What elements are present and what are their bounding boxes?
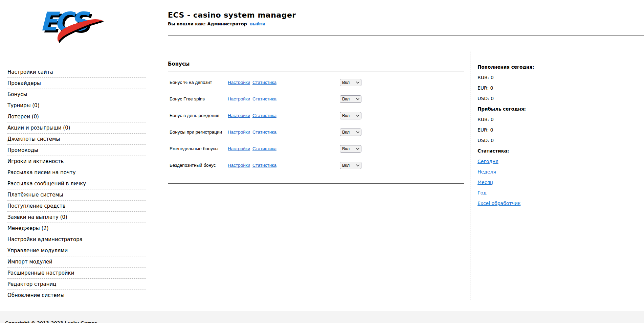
bonus-row: Бонусы при регистрации Настройки Статист… <box>168 124 464 140</box>
section-divider <box>168 71 464 71</box>
bonus-stats-link[interactable]: Статистика <box>252 80 276 85</box>
sidebar-nav: Настройки сайта Провайдеры Бонусы Турнир… <box>0 51 162 301</box>
sidebar-item-system-update[interactable]: Обновление системы <box>7 290 146 301</box>
bonus-stats-link[interactable]: Статистика <box>252 130 276 135</box>
profit-usd: USD: 0 <box>478 135 644 146</box>
bonus-row: Еженедельные бонусы Настройки Статистика… <box>168 140 464 157</box>
section-heading: Бонусы <box>168 61 464 67</box>
sidebar-item-pm-mailing[interactable]: Рассылка сообщений в личку <box>7 178 146 189</box>
sidebar-item-promotions[interactable]: Акции и розыгрыши (0) <box>7 122 146 134</box>
stats-excel-link[interactable]: Excel обработчик <box>478 198 520 209</box>
sidebar-item-lotteries[interactable]: Лотереи (0) <box>7 111 146 122</box>
logout-link[interactable]: выйти <box>250 21 265 26</box>
bonus-state-select[interactable]: Вкл <box>340 129 361 136</box>
bonus-stats-link[interactable]: Статистика <box>252 163 276 168</box>
bonus-label: Бездепозитный бонус <box>170 163 228 168</box>
sidebar-item-site-settings[interactable]: Настройки сайта <box>7 67 146 78</box>
sidebar-item-payment-systems[interactable]: Платёжные системы <box>7 189 146 201</box>
stats-header: Статистика: <box>478 146 644 156</box>
bonus-state-select-wrap: Вкл <box>340 145 361 153</box>
page-title: ECS - casino system manager <box>168 11 296 19</box>
bonus-stats-link[interactable]: Статистика <box>252 146 276 151</box>
bonus-settings-link[interactable]: Настройки <box>228 146 250 151</box>
ecs-logo: ECS ECS <box>37 3 105 43</box>
profit-eur: EUR: 0 <box>478 125 644 135</box>
stats-month-link[interactable]: Месяц <box>478 177 493 188</box>
sidebar-item-providers[interactable]: Провайдеры <box>7 78 146 89</box>
bonus-label: Бонус % на депозит <box>170 80 228 85</box>
deposits-usd: USD: 0 <box>478 93 644 104</box>
profit-rub: RUB: 0 <box>478 114 644 125</box>
deposits-rub: RUB: 0 <box>478 72 644 83</box>
bonus-settings-link[interactable]: Настройки <box>228 163 250 168</box>
sidebar-item-players[interactable]: Игроки и активность <box>7 156 146 167</box>
bonus-settings-link[interactable]: Настройки <box>228 130 250 135</box>
bonus-label: Бонус Free spins <box>170 96 228 101</box>
stats-today-link[interactable]: Сегодня <box>478 156 498 167</box>
sidebar-item-managers[interactable]: Менеджеры (2) <box>7 223 146 234</box>
sidebar-item-payout-requests[interactable]: Заявки на выплату (0) <box>7 212 146 223</box>
stats-year-link[interactable]: Год <box>478 188 487 198</box>
bonus-state-select[interactable]: Вкл <box>340 95 361 103</box>
bonus-state-select[interactable]: Вкл <box>340 162 361 169</box>
header-divider <box>168 35 644 36</box>
bonus-row: Бонус в день рождения Настройки Статисти… <box>168 107 464 124</box>
stats-week-link[interactable]: Неделя <box>478 167 496 177</box>
sidebar-item-advanced[interactable]: Расширенные настройки <box>7 268 146 279</box>
sidebar-item-promocodes[interactable]: Промокоды <box>7 145 146 156</box>
bonus-label: Бонусы при регистрации <box>170 130 228 135</box>
bonus-state-select[interactable]: Вкл <box>340 112 361 119</box>
bonus-list: Бонус % на депозит Настройки Статистика … <box>168 74 464 174</box>
bonus-state-select-wrap: Вкл <box>340 95 361 103</box>
bonus-state-select[interactable]: Вкл <box>340 145 361 153</box>
deposits-header: Пополнения сегодня: <box>478 62 644 72</box>
bonus-stats-link[interactable]: Статистика <box>252 96 276 101</box>
bonus-label: Бонус в день рождения <box>170 113 228 118</box>
section-bottom-divider <box>168 183 464 184</box>
bonus-settings-link[interactable]: Настройки <box>228 96 250 101</box>
bonus-row: Бонус Free spins Настройки Статистика Вк… <box>168 91 464 107</box>
bonus-label: Еженедельные бонусы <box>170 146 228 151</box>
sidebar-item-incoming-funds[interactable]: Поступление средств <box>7 201 146 212</box>
main-panel: Бонусы Бонус % на депозит Настройки Стат… <box>162 51 470 301</box>
sidebar-item-admin-settings[interactable]: Настройки администратора <box>7 234 146 245</box>
page-header: ECS ECS ECS - casino system manager Вы в… <box>0 0 644 51</box>
bonus-state-select-wrap: Вкл <box>340 162 361 169</box>
bonus-state-select[interactable]: Вкл <box>340 79 361 86</box>
bonus-state-select-wrap: Вкл <box>340 129 361 136</box>
bonus-row: Бонус % на депозит Настройки Статистика … <box>168 74 464 91</box>
sidebar-item-tournaments[interactable]: Турниры (0) <box>7 100 146 111</box>
bonus-state-select-wrap: Вкл <box>340 112 361 119</box>
deposits-eur: EUR: 0 <box>478 83 644 93</box>
bonus-settings-link[interactable]: Настройки <box>228 80 250 85</box>
sidebar-item-page-editor[interactable]: Редактор страниц <box>7 279 146 290</box>
profit-header: Прибыль сегодня: <box>478 104 644 114</box>
stats-panel: Пополнения сегодня: RUB: 0 EUR: 0 USD: 0… <box>470 51 644 301</box>
bonus-stats-link[interactable]: Статистика <box>252 113 276 118</box>
ecs-logo-image: ECS ECS <box>37 3 105 43</box>
sidebar-item-module-manage[interactable]: Управление модулями <box>7 245 146 256</box>
copyright-text: Copyright © 2013-2023 Lucky Games <box>5 320 644 323</box>
bonus-settings-link[interactable]: Настройки <box>228 113 250 118</box>
bonus-row: Бездепозитный бонус Настройки Статистика… <box>168 157 464 174</box>
page-footer: Copyright © 2013-2023 Lucky Games <box>0 311 644 323</box>
sidebar-item-bonuses[interactable]: Бонусы <box>7 89 146 100</box>
login-status: Вы вошли как: Администратор <box>168 21 247 26</box>
sidebar-item-jackpots[interactable]: Джекпоты системы <box>7 134 146 145</box>
sidebar-item-email-mailing[interactable]: Рассылка писем на почту <box>7 167 146 178</box>
bonus-state-select-wrap: Вкл <box>340 79 361 86</box>
sidebar-item-module-import[interactable]: Импорт модулей <box>7 256 146 268</box>
